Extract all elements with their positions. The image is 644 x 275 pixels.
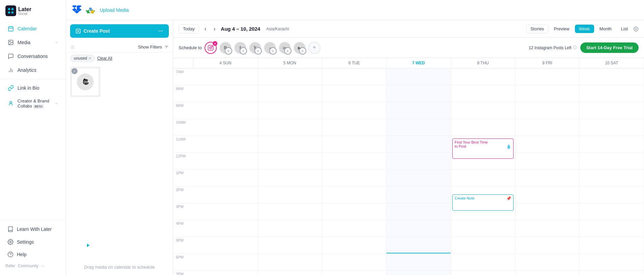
media-thumb-threads[interactable]: ✓	[70, 67, 100, 97]
time-cell-day0-slot2[interactable]	[193, 102, 258, 119]
time-cell-day2-slot5[interactable]	[322, 153, 387, 170]
time-cell-day0-slot7[interactable]	[193, 186, 258, 203]
time-cell-day6-slot6[interactable]	[580, 170, 644, 186]
calendar-settings-button[interactable]	[633, 26, 639, 32]
time-cell-day0-slot0[interactable]	[193, 68, 258, 85]
sidebar-item-analytics[interactable]: Analytics	[2, 63, 64, 77]
time-cell-day5-slot9[interactable]	[515, 220, 580, 237]
linkedin-account-button[interactable]: in +	[279, 42, 291, 54]
time-cell-day4-slot2[interactable]	[451, 102, 515, 119]
time-cell-day0-slot8[interactable]	[193, 203, 258, 220]
pinterest-account-button[interactable]: P +	[219, 42, 232, 54]
show-filters-button[interactable]: Show Filters	[138, 44, 169, 50]
time-cell-day5-slot1[interactable]	[515, 85, 580, 102]
upload-media-button[interactable]: Upload Media	[100, 7, 129, 13]
sidebar-item-help[interactable]: Help	[2, 248, 64, 261]
more-options[interactable]: ···	[41, 264, 44, 268]
time-cell-day6-slot10[interactable]	[580, 237, 644, 254]
time-cell-day3-slot6[interactable]	[387, 170, 451, 186]
sidebar-item-link-in-bio[interactable]: Link in Bio	[2, 81, 64, 95]
time-cell-day3-slot4[interactable]	[387, 136, 451, 153]
time-cell-day6-slot5[interactable]	[580, 153, 644, 170]
time-cell-day0-slot6[interactable]	[193, 170, 258, 186]
time-cell-day6-slot7[interactable]	[580, 186, 644, 203]
star-button[interactable]: ☆	[70, 44, 75, 50]
time-cell-day4-slot11[interactable]	[451, 254, 515, 271]
time-cell-day5-slot4[interactable]	[515, 136, 580, 153]
time-cell-day3-slot10[interactable]	[387, 237, 451, 254]
remove-tag-unused[interactable]: ✕	[88, 56, 91, 61]
month-view-tab[interactable]: Month	[595, 25, 616, 33]
time-cell-day1-slot2[interactable]	[258, 102, 322, 119]
sidebar-item-calendar[interactable]: Calendar	[2, 22, 64, 35]
time-cell-day3-slot7[interactable]	[387, 186, 451, 203]
prev-button[interactable]: ‹	[203, 25, 208, 33]
time-cell-day2-slot7[interactable]	[322, 186, 387, 203]
add-facebook-btn[interactable]: +	[240, 47, 247, 55]
time-cell-day1-slot5[interactable]	[258, 153, 322, 170]
time-cell-day2-slot2[interactable]	[322, 102, 387, 119]
time-cell-day2-slot10[interactable]	[322, 237, 387, 254]
time-cell-day6-slot3[interactable]	[580, 119, 644, 136]
time-cell-day2-slot1[interactable]	[322, 85, 387, 102]
time-cell-day6-slot9[interactable]	[580, 220, 644, 237]
time-cell-day4-slot12[interactable]	[451, 271, 515, 275]
sidebar-item-conversations[interactable]: Conversations	[2, 50, 64, 63]
time-cell-day3-slot2[interactable]	[387, 102, 451, 119]
sidebar-item-learn[interactable]: Learn With Later	[2, 223, 64, 235]
time-cell-day0-slot11[interactable]	[193, 254, 258, 271]
time-cell-day5-slot10[interactable]	[515, 237, 580, 254]
time-cell-day1-slot12[interactable]	[258, 271, 322, 275]
time-cell-day6-slot0[interactable]	[580, 68, 644, 85]
time-cell-day4-slot6[interactable]: Create Note📌	[451, 170, 515, 186]
sidebar-item-settings[interactable]: Settings	[2, 236, 64, 248]
google-drive-icon[interactable]	[85, 5, 96, 16]
time-cell-day0-slot1[interactable]	[193, 85, 258, 102]
time-cell-day3-slot3[interactable]	[387, 119, 451, 136]
time-cell-day1-slot1[interactable]	[258, 85, 322, 102]
stories-button[interactable]: Stories	[526, 24, 548, 33]
time-cell-day2-slot8[interactable]	[322, 203, 387, 220]
time-cell-day5-slot0[interactable]	[515, 68, 580, 85]
add-youtube-btn[interactable]: +	[299, 47, 306, 55]
trial-button[interactable]: Start 14-Day Free Trial	[580, 42, 639, 53]
time-cell-day3-slot9[interactable]	[387, 220, 451, 237]
time-cell-day0-slot9[interactable]	[193, 220, 258, 237]
add-tiktok-btn[interactable]: +	[269, 47, 277, 55]
time-cell-day6-slot4[interactable]	[580, 136, 644, 153]
time-cell-day3-slot0[interactable]	[387, 68, 451, 85]
time-cell-day0-slot10[interactable]	[193, 237, 258, 254]
instagram-account-button[interactable]	[205, 42, 217, 54]
time-cell-day4-slot0[interactable]	[451, 68, 515, 85]
time-cell-day5-slot2[interactable]	[515, 102, 580, 119]
time-cell-day5-slot8[interactable]	[515, 203, 580, 220]
time-cell-day5-slot11[interactable]	[515, 254, 580, 271]
time-cell-day3-slot11[interactable]	[387, 254, 451, 271]
time-cell-day2-slot9[interactable]	[322, 220, 387, 237]
time-cell-day6-slot12[interactable]	[580, 271, 644, 275]
time-cell-day2-slot0[interactable]	[322, 68, 387, 85]
time-cell-day5-slot6[interactable]	[515, 170, 580, 186]
time-cell-day1-slot7[interactable]	[258, 186, 322, 203]
time-cell-day4-slot9[interactable]	[451, 220, 515, 237]
add-more-accounts-button[interactable]: +	[308, 42, 320, 54]
facebook-account-button[interactable]: f +	[234, 42, 246, 54]
time-cell-day6-slot11[interactable]	[580, 254, 644, 271]
time-cell-day0-slot4[interactable]	[193, 136, 258, 153]
time-cell-day5-slot3[interactable]	[515, 119, 580, 136]
time-cell-day4-slot10[interactable]	[451, 237, 515, 254]
time-cell-day4-slot1[interactable]	[451, 85, 515, 102]
time-cell-day6-slot2[interactable]	[580, 102, 644, 119]
time-cell-day2-slot6[interactable]	[322, 170, 387, 186]
time-cell-day5-slot5[interactable]	[515, 153, 580, 170]
time-cell-day5-slot12[interactable]	[515, 271, 580, 275]
time-cell-day3-slot5[interactable]	[387, 153, 451, 170]
create-post-button[interactable]: Create Post	[70, 24, 169, 38]
clear-all-button[interactable]: Clear All	[97, 56, 112, 61]
time-cell-day2-slot4[interactable]	[322, 136, 387, 153]
time-cell-day1-slot3[interactable]	[258, 119, 322, 136]
time-cell-day1-slot6[interactable]	[258, 170, 322, 186]
today-button[interactable]: Today	[179, 24, 199, 33]
time-cell-day1-slot11[interactable]	[258, 254, 322, 271]
find-best-time-event[interactable]: Find Your Best Timeto Post💧	[452, 139, 514, 159]
